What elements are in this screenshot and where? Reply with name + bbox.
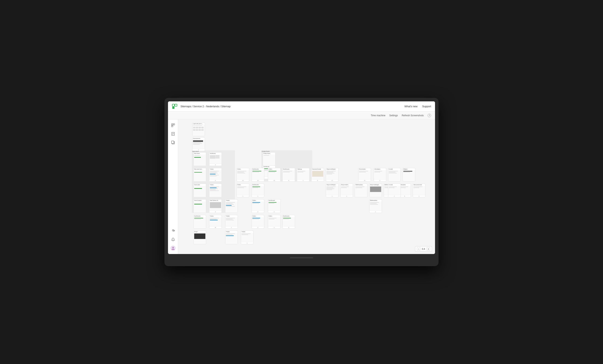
app-container: Sitemaps / Service 2 - Nederlands / Site… bbox=[168, 101, 435, 254]
node-tickets1[interactable]: Tickets 2 bbox=[209, 168, 222, 182]
node-mailings-count: 1 bbox=[297, 179, 309, 182]
node-orders2-label: Orders bbox=[268, 168, 280, 170]
node-mailtemplates1[interactable]: Mailtemplates bbox=[355, 183, 368, 197]
zoom-minus-btn[interactable]: − bbox=[417, 247, 420, 251]
node-orders1-thumb bbox=[237, 170, 249, 179]
zoom-plus-btn[interactable]: + bbox=[427, 247, 430, 251]
node-orders3-thumb bbox=[237, 186, 249, 195]
node-paid-tickets[interactable]: Paid Tickets SS 4 bbox=[209, 199, 222, 213]
node-tickets4[interactable]: Tickets 22 bbox=[209, 215, 222, 228]
node-login-thumb bbox=[192, 125, 205, 136]
node-mailings[interactable]: Mailings 1 bbox=[297, 168, 310, 182]
node-tickets7-label: Tickets bbox=[241, 231, 253, 233]
node-orders4[interactable]: Orders 6 bbox=[252, 199, 264, 213]
node-promotiodes[interactable]: Promotiodes 12 bbox=[358, 168, 371, 182]
node-invoices-thumb bbox=[312, 170, 324, 179]
node-empty-event[interactable]: Empty Event bbox=[263, 152, 276, 166]
node-emails2-thumb bbox=[388, 186, 401, 195]
node-tickets5[interactable]: Tickets 1 bbox=[225, 215, 238, 228]
node-dashboard-count: 4 bbox=[209, 164, 222, 166]
node-orders5[interactable]: Orders 2 bbox=[252, 215, 264, 228]
puzzle-icon[interactable] bbox=[170, 228, 177, 234]
node-new-event[interactable]: New event bbox=[193, 152, 206, 166]
node-mailtemplates-r[interactable]: Mailtemplates 1 bbox=[369, 199, 382, 213]
node-orders1[interactable]: Orders 10 bbox=[236, 168, 249, 182]
time-machine-btn[interactable]: Time machine bbox=[371, 114, 385, 117]
node-design[interactable]: design bbox=[193, 230, 206, 244]
toolbar: Time machine Settings Refresh Screenshot… bbox=[168, 112, 435, 119]
node-shop-inst2[interactable]: Shop-instellingen bbox=[369, 183, 382, 197]
avatar-icon[interactable] bbox=[170, 245, 177, 252]
node-tickets6-thumb bbox=[225, 233, 238, 244]
node-evenementen[interactable]: Evenementen 7 bbox=[192, 137, 205, 151]
node-orders3[interactable]: Orders 1 bbox=[236, 183, 249, 197]
bell-icon[interactable] bbox=[170, 236, 177, 243]
node-widgets1-thumb bbox=[403, 170, 415, 182]
node-dash4[interactable]: Dashboards 3 bbox=[268, 199, 280, 213]
sidebar bbox=[168, 119, 178, 254]
main-content: New event Empty Event Login with your e.… bbox=[168, 119, 435, 254]
node-tickets7[interactable]: Tickets 1 bbox=[241, 230, 254, 244]
node-orders2[interactable]: Orders 10 bbox=[268, 168, 280, 182]
node-orders4-label: Orders bbox=[252, 199, 264, 202]
node-dash3[interactable]: Dashboards 1 bbox=[252, 183, 264, 197]
node-mailtemplates1-label: Mailtemplates bbox=[355, 184, 367, 186]
node-emails2[interactable]: E-mails 1 bbox=[388, 183, 401, 197]
node-add-promocode-label: Add promocode bbox=[413, 184, 425, 186]
node-event-data[interactable]: Event data bbox=[193, 183, 206, 197]
node-uitnodiging[interactable]: Uitnodiging 2 bbox=[373, 168, 386, 182]
node-wizard[interactable]: New event wiz... bbox=[193, 168, 206, 182]
node-dashboard-label: Dashboard bbox=[209, 152, 222, 155]
node-tickets4-count: 22 bbox=[209, 226, 222, 228]
node-tickets2[interactable]: Tickets bbox=[209, 183, 222, 197]
empty-event-label: Empty Event bbox=[262, 151, 270, 152]
node-shop-inst[interactable]: Shop-instellingen 1 bbox=[326, 183, 338, 197]
node-orders2-thumb bbox=[268, 170, 280, 179]
node-dash1[interactable]: Dashboards 22 bbox=[252, 168, 264, 182]
node-orders6[interactable]: Orders 1 bbox=[268, 215, 280, 228]
node-dash5[interactable]: Dashboards bbox=[193, 215, 206, 228]
pages-icon[interactable] bbox=[170, 130, 177, 137]
node-widgets1[interactable]: Widgets bbox=[403, 168, 415, 182]
node-dash2-thumb bbox=[282, 170, 295, 179]
node-tickets6[interactable]: Tickets bbox=[225, 230, 238, 244]
sitemap-canvas[interactable]: New event Empty Event Login with your e.… bbox=[178, 119, 435, 254]
node-dash1-count: 22 bbox=[252, 179, 264, 182]
node-shop1[interactable]: Shop-instellingen 17 bbox=[326, 168, 338, 182]
node-invoices-label: Factureerd totaal bbox=[312, 168, 324, 170]
svg-rect-3 bbox=[172, 124, 173, 125]
refresh-btn[interactable]: Refresh Screenshots bbox=[402, 114, 424, 117]
node-dashboard-thumb bbox=[209, 155, 222, 164]
layout-icon[interactable] bbox=[170, 122, 177, 129]
node-tickets3[interactable]: Tickets bbox=[225, 199, 238, 213]
node-dash2[interactable]: Dashboards 6 bbox=[282, 168, 295, 182]
node-mailings-label: Mailings bbox=[297, 168, 309, 170]
node-dashboard[interactable]: Dashboard 4 bbox=[209, 152, 222, 166]
node-orders1-label: Orders bbox=[237, 168, 249, 170]
app-logo[interactable] bbox=[172, 104, 177, 109]
node-dash6[interactable]: Dashboards 2 bbox=[282, 215, 295, 228]
node-emails1[interactable]: E-mails bbox=[388, 168, 401, 182]
node-login[interactable]: Login with your e... bbox=[192, 123, 205, 136]
node-orders6-thumb bbox=[268, 217, 280, 226]
node-paid-tickets-thumb bbox=[209, 202, 222, 211]
node-dash3-thumb bbox=[252, 186, 264, 195]
zoom-controls: − 0.4 + bbox=[415, 246, 432, 252]
node-dash3-count: 1 bbox=[252, 195, 264, 197]
node-add-promocode[interactable]: Add promocode 1 bbox=[413, 183, 425, 197]
node-event-location[interactable]: Event location bbox=[193, 199, 206, 213]
node-tickets2-thumb bbox=[209, 186, 222, 197]
help-button[interactable]: ? bbox=[428, 114, 431, 117]
copy-icon[interactable] bbox=[170, 139, 177, 146]
node-shop-inst-thumb bbox=[326, 186, 338, 195]
node-evenementen-label: Evenementen bbox=[192, 137, 205, 140]
node-invoices[interactable]: Factureerd totaal 5 bbox=[311, 168, 324, 182]
settings-btn[interactable]: Settings bbox=[389, 114, 398, 117]
node-tickets1-count: 2 bbox=[209, 179, 222, 182]
node-dashboard2-label: Dashboard bbox=[263, 166, 275, 168]
support-link[interactable]: Support bbox=[422, 105, 431, 108]
node-mailtemplates-r-count: 1 bbox=[370, 211, 382, 213]
whats-new-link[interactable]: What's new bbox=[405, 105, 417, 108]
node-add-promocode-count: 1 bbox=[413, 195, 425, 197]
node-shop-mailing[interactable]: Shop-instellin... 1 bbox=[340, 183, 353, 197]
